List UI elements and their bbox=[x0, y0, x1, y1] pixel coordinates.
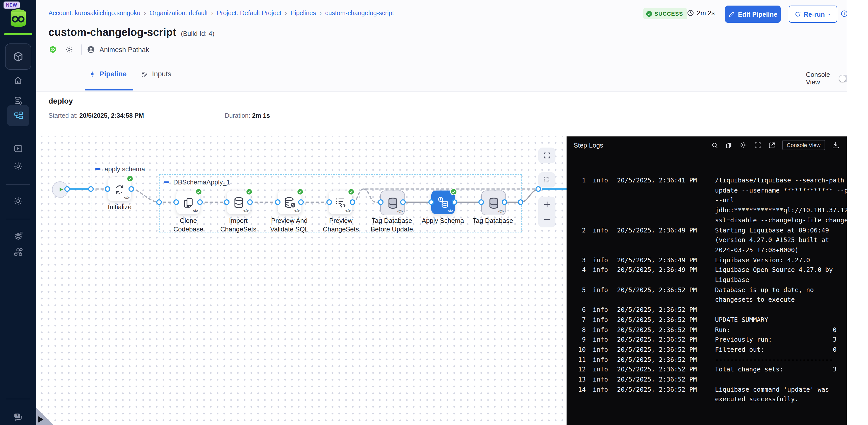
console-view-label: Console View bbox=[806, 71, 834, 86]
sidebar: NEW bbox=[0, 0, 36, 425]
fit-to-screen-button[interactable] bbox=[538, 147, 555, 163]
page-title: custom-changelog-script bbox=[49, 26, 176, 38]
connector-port bbox=[378, 199, 383, 205]
console-view-button[interactable]: Console View bbox=[782, 140, 825, 150]
step-node-preview-validate-sql[interactable]: </> bbox=[278, 191, 302, 214]
template-code-marker: </> bbox=[243, 209, 248, 213]
canvas-corner-arrow-icon bbox=[38, 417, 43, 423]
step-node-clone-codebase[interactable]: </> bbox=[176, 191, 200, 214]
template-code-marker: </> bbox=[193, 209, 198, 213]
inputs-tab-icon bbox=[141, 70, 148, 78]
template-code-marker: </> bbox=[124, 196, 129, 200]
success-check-icon bbox=[347, 188, 355, 196]
stage-duration: Duration: 2m 1s bbox=[225, 112, 270, 119]
breadcrumb: Account: kurosakiichigo.songoku › Organi… bbox=[49, 9, 394, 17]
rerun-button[interactable]: Re-run bbox=[789, 5, 837, 23]
app-window: NEW bbox=[0, 0, 868, 425]
log-line: 6info20/5/2025, 2:36:52 PM bbox=[566, 305, 847, 315]
copy-icon[interactable] bbox=[725, 141, 733, 149]
step-node-initialize[interactable]: </> bbox=[107, 177, 131, 201]
scrollbar-gutter[interactable] bbox=[847, 0, 868, 425]
group-label-apply-schema[interactable]: apply schema bbox=[95, 165, 145, 173]
database-icon bbox=[232, 196, 245, 209]
step-label: Initialize bbox=[89, 203, 150, 211]
log-line: 14info20/5/2025, 2:36:52 PMLiquibase com… bbox=[566, 385, 847, 404]
org-hierarchy-settings-icon[interactable] bbox=[13, 247, 23, 257]
collapse-icon[interactable] bbox=[95, 169, 100, 170]
harness-dbops-logo-icon[interactable] bbox=[8, 8, 28, 29]
connector-port bbox=[88, 186, 94, 192]
step-node-preview-changesets[interactable]: </> bbox=[329, 191, 352, 214]
database-icon bbox=[487, 196, 500, 209]
stage-summary-bar: deploy Started at: 20/5/2025, 2:34:58 PM… bbox=[36, 92, 847, 137]
step-node-import-changesets[interactable]: </> bbox=[227, 191, 250, 214]
success-check-icon bbox=[245, 188, 253, 196]
open-in-new-icon[interactable] bbox=[768, 141, 776, 149]
connector-port bbox=[224, 199, 229, 205]
breadcrumb-project[interactable]: Project: Default Project bbox=[217, 9, 281, 17]
changeset-list-code-icon bbox=[334, 196, 347, 209]
active-tab-underline bbox=[85, 89, 133, 90]
tab-pipeline[interactable]: Pipeline bbox=[89, 70, 126, 78]
database-icon bbox=[386, 196, 399, 209]
log-line: 11info20/5/2025, 2:36:52 PM-------------… bbox=[566, 355, 847, 364]
step-label: Tag Database bbox=[463, 216, 523, 225]
executions-icon[interactable] bbox=[13, 143, 23, 153]
tab-inputs[interactable]: Inputs bbox=[141, 70, 171, 78]
breadcrumb-pipelines[interactable]: Pipelines bbox=[290, 9, 316, 17]
zoom-in-button[interactable] bbox=[542, 200, 551, 209]
clock-icon bbox=[687, 9, 694, 17]
layers-settings-icon[interactable] bbox=[13, 231, 23, 241]
connector-port bbox=[197, 199, 203, 205]
pipeline-graph-canvas[interactable]: apply schema DBSchemaApply_1 bbox=[36, 137, 566, 425]
breadcrumb-account[interactable]: Account: kurosakiichigo.songoku bbox=[49, 9, 141, 17]
connector-port bbox=[298, 199, 304, 205]
logo-underline bbox=[4, 33, 32, 35]
module-selector-button[interactable] bbox=[5, 44, 31, 70]
build-id: (Build Id: 4) bbox=[181, 30, 214, 37]
edit-pipeline-button[interactable]: Edit Pipeline bbox=[725, 5, 781, 23]
log-line: 5info20/5/2025, 2:36:52 PMDatabase is up… bbox=[566, 285, 847, 305]
success-check-icon bbox=[297, 188, 304, 196]
step-logs-panel: Step Logs bbox=[566, 137, 847, 425]
marquee-select-button[interactable] bbox=[538, 172, 555, 188]
zoom-controls[interactable] bbox=[538, 197, 555, 227]
help-chat-icon[interactable]: ? bbox=[13, 412, 23, 422]
success-check-icon bbox=[646, 10, 652, 17]
breadcrumb-current[interactable]: custom-changelog-script bbox=[325, 9, 394, 17]
pipeline-settings-gear-icon[interactable] bbox=[65, 46, 73, 54]
sidebar-item-pipelines-active[interactable] bbox=[7, 105, 29, 126]
log-line: 7info20/5/2025, 2:36:52 PMUPDATE SUMMARY bbox=[566, 315, 847, 325]
fullscreen-icon[interactable] bbox=[754, 141, 762, 149]
breadcrumb-organization[interactable]: Organization: default bbox=[150, 9, 208, 17]
collapse-icon[interactable] bbox=[164, 182, 169, 183]
log-line: 10info20/5/2025, 2:36:52 PMFiltered out:… bbox=[566, 345, 847, 355]
home-icon[interactable] bbox=[13, 75, 23, 85]
log-settings-gear-icon[interactable] bbox=[739, 141, 747, 149]
settings-gear-icon[interactable] bbox=[13, 196, 23, 206]
connector-port bbox=[452, 199, 457, 205]
stage-started-at: Started at: 20/5/2025, 2:34:58 PM bbox=[49, 112, 144, 119]
template-code-marker: </> bbox=[498, 209, 503, 214]
template-code-marker: </> bbox=[345, 209, 350, 213]
apply-schema-upload-database-icon bbox=[436, 196, 450, 209]
gear-icon[interactable] bbox=[13, 161, 23, 171]
database-settings-icon[interactable] bbox=[13, 95, 23, 106]
connector-port bbox=[429, 199, 434, 205]
zoom-out-button[interactable] bbox=[542, 216, 551, 224]
log-line: 12info20/5/2025, 2:36:52 PMTotal change … bbox=[566, 365, 847, 374]
download-icon[interactable] bbox=[832, 141, 840, 149]
pencil-icon bbox=[728, 11, 735, 18]
log-output[interactable]: 1info20/5/2025, 2:36:41 PM/liquibase/liq… bbox=[566, 154, 847, 404]
search-icon[interactable] bbox=[711, 141, 718, 149]
step-node-apply-schema-selected[interactable]: </> bbox=[431, 191, 455, 214]
clone-codebase-icon bbox=[182, 196, 195, 209]
sidebar-divider bbox=[6, 185, 30, 185]
sidebar-divider bbox=[6, 219, 30, 219]
connector-port bbox=[128, 186, 134, 192]
status-badge: SUCCESS bbox=[643, 8, 687, 19]
elapsed-time: 2m 2s bbox=[687, 9, 715, 17]
group-label-dbschemaapply[interactable]: DBSchemaApply_1 bbox=[164, 178, 230, 186]
log-line: 8info20/5/2025, 2:36:52 PMRun: 0 bbox=[566, 325, 847, 335]
new-badge: NEW bbox=[3, 1, 20, 8]
